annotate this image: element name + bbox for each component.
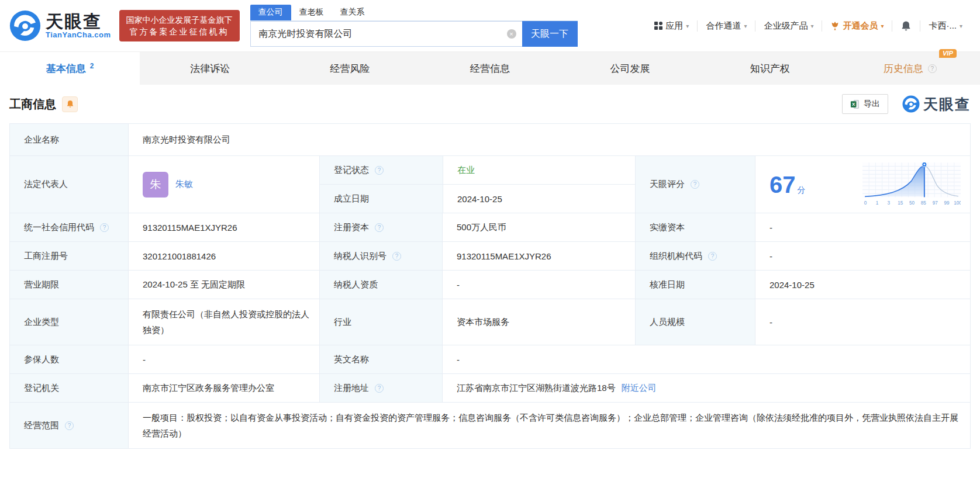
staff-size-value: - <box>755 299 970 345</box>
score-distribution-chart: 0 1 3 15 50 85 97 99 100 <box>862 162 961 207</box>
svg-text:X: X <box>852 102 855 107</box>
reg-number-value: 320121001881426 <box>128 242 319 270</box>
section-title: 工商信息 <box>9 96 56 112</box>
tab-operating-risk[interactable]: 经营风险 <box>280 52 420 85</box>
tab-intellectual-property[interactable]: 知识产权 <box>700 52 840 85</box>
help-icon[interactable]: ? <box>392 252 401 261</box>
help-icon[interactable]: ? <box>691 180 699 189</box>
tab-company-development[interactable]: 公司发展 <box>560 52 700 85</box>
clear-search-icon[interactable]: × <box>507 29 516 39</box>
industry-label: 行业 <box>319 299 442 345</box>
taxpayer-id-value: 91320115MAE1XJYR26 <box>442 242 635 270</box>
reg-capital-value: 500万人民币 <box>442 213 635 241</box>
logo-brand-text: 天眼查 <box>46 12 111 31</box>
apps-grid-icon <box>654 22 662 30</box>
insured-count-label: 参保人数 <box>10 345 128 373</box>
legal-rep-link[interactable]: 朱敏 <box>175 179 193 190</box>
section-brand-text: 天眼查 <box>923 95 971 114</box>
org-code-label: 组织机构代码 ? <box>635 242 755 270</box>
subscribe-bell-button[interactable] <box>62 96 78 112</box>
table-row: 企业名称 南京光时投资有限公司 <box>10 124 970 155</box>
help-icon[interactable]: ? <box>708 252 717 261</box>
notification-bell[interactable] <box>892 20 920 32</box>
menu-apps[interactable]: 应用 ▾ <box>646 20 697 32</box>
crown-badge-icon <box>830 22 840 30</box>
approval-date-value: 2024-10-25 <box>755 271 970 299</box>
chart-tick: 99 <box>944 200 950 205</box>
score-unit: 分 <box>798 185 806 195</box>
chevron-down-icon: ▾ <box>960 23 962 29</box>
tianyancha-logo-icon <box>902 95 920 113</box>
section-brand-logo: 天眼查 <box>902 95 971 114</box>
chevron-down-icon: ▾ <box>810 23 813 29</box>
staff-size-label: 人员规模 <box>635 299 755 345</box>
table-subrow: 登记状态 ? 在业 <box>320 156 635 184</box>
taxpayer-quality-label: 纳税人资质 <box>319 271 442 299</box>
tab-legal-proceedings[interactable]: 法律诉讼 <box>140 52 279 85</box>
business-scope-value: 一般项目：股权投资；以自有资金从事投资活动；自有资金投资的资产管理服务；信息咨询… <box>128 403 970 448</box>
nearby-companies-link[interactable]: 附近公司 <box>622 383 657 394</box>
insured-count-value: - <box>128 345 319 373</box>
tab-history-info-label: 历史信息 <box>884 62 923 75</box>
company-name-label: 企业名称 <box>10 124 128 155</box>
chart-tick: 97 <box>933 200 938 205</box>
help-icon[interactable]: ? <box>928 64 937 73</box>
taxpayer-id-label: 纳税人识别号 ? <box>319 242 442 270</box>
user-account[interactable]: 卡西·... ▾ <box>920 20 971 32</box>
search-tab-company[interactable]: 查公司 <box>250 5 291 20</box>
business-term-label: 营业期限 <box>10 271 128 299</box>
menu-open-vip[interactable]: 开通会员 ▾ <box>822 20 892 32</box>
export-button[interactable]: X 导出 <box>842 94 888 114</box>
table-row: 参保人数 - 英文名称 - <box>10 345 970 373</box>
chart-tick: 0 <box>864 200 867 205</box>
tab-history-info[interactable]: VIP 历史信息 ? <box>840 52 980 85</box>
top-header: 天眼查 TianYanCha.com 国家中小企业发展子基金旗下 官方备案企业征… <box>0 0 980 51</box>
tab-operating-info[interactable]: 经营信息 <box>420 52 560 85</box>
help-icon[interactable]: ? <box>100 223 109 232</box>
approval-date-label: 核准日期 <box>635 271 755 299</box>
export-button-label: 导出 <box>864 99 880 109</box>
menu-open-vip-label: 开通会员 <box>843 20 878 32</box>
avatar[interactable]: 朱 <box>143 172 168 198</box>
search-tab-relation[interactable]: 查关系 <box>332 5 373 20</box>
score-value: 67分 <box>755 156 970 213</box>
search-block: 查公司 查老板 查关系 × 天眼一下 <box>250 5 578 47</box>
tab-basic-info[interactable]: 基本信息 2 <box>0 52 140 85</box>
search-input[interactable] <box>259 29 507 39</box>
table-row: 法定代表人 朱 朱敏 登记状态 ? 在业 成立日期 <box>10 155 970 213</box>
search-tab-boss[interactable]: 查老板 <box>291 5 332 20</box>
tab-intellectual-property-label: 知识产权 <box>750 62 790 75</box>
tianyancha-logo[interactable]: 天眼查 TianYanCha.com <box>9 10 111 41</box>
bell-icon <box>900 20 912 32</box>
help-icon[interactable]: ? <box>375 223 384 232</box>
reg-address-value: 江苏省南京市江宁区湖熟街道波光路18号 附近公司 <box>442 374 970 402</box>
help-icon[interactable]: ? <box>65 421 74 430</box>
gov-certification-badge: 国家中小企业发展子基金旗下 官方备案企业征信机构 <box>119 10 240 41</box>
chart-tick: 100 <box>954 200 961 205</box>
reg-authority-label: 登记机关 <box>10 374 128 402</box>
establish-date-value: 2024-10-25 <box>443 185 635 213</box>
company-name-value: 南京光时投资有限公司 <box>128 124 970 155</box>
vip-badge: VIP <box>939 49 957 58</box>
chevron-down-icon: ▾ <box>686 23 689 29</box>
menu-cooperation[interactable]: 合作通道 ▾ <box>697 20 755 32</box>
help-icon[interactable]: ? <box>375 384 384 393</box>
paid-capital-label: 实缴资本 <box>635 213 755 241</box>
search-button[interactable]: 天眼一下 <box>522 21 578 47</box>
search-input-wrap: × <box>250 21 522 47</box>
tianyancha-company-page: 天眼查 TianYanCha.com 国家中小企业发展子基金旗下 官方备案企业征… <box>0 0 980 449</box>
user-name: 卡西·... <box>929 20 957 32</box>
table-row: 企业类型 有限责任公司（非自然人投资或控股的法人独资） 行业 资本市场服务 人员… <box>10 299 970 345</box>
menu-enterprise[interactable]: 企业级产品 ▾ <box>755 20 822 32</box>
score-label: 天眼评分 ? <box>635 156 755 213</box>
org-code-value: - <box>755 242 970 270</box>
establish-date-label: 成立日期 <box>320 185 443 213</box>
logo-domain-text: TianYanCha.com <box>46 31 111 39</box>
badge-line-1: 国家中小企业发展子基金旗下 <box>126 14 233 26</box>
excel-icon: X <box>850 99 860 109</box>
help-icon[interactable]: ? <box>375 166 384 175</box>
credit-code-value: 91320115MAE1XJYR26 <box>128 213 319 241</box>
tab-operating-risk-label: 经营风险 <box>330 62 370 75</box>
english-name-value: - <box>442 345 970 373</box>
section-header: 工商信息 X 导出 <box>0 85 980 123</box>
